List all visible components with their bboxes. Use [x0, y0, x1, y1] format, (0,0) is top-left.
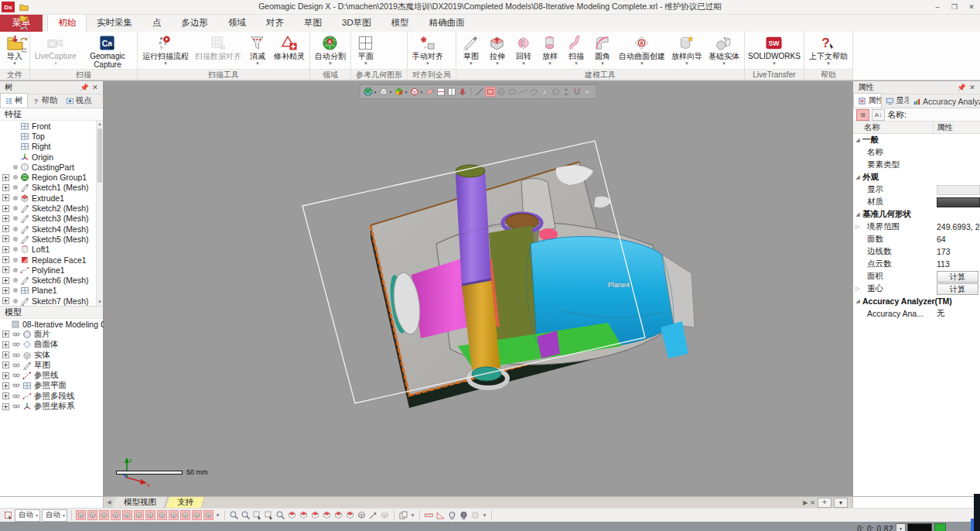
feature-tree-item[interactable]: Sketch2 (Mesh)	[0, 203, 96, 213]
feature-tree-item[interactable]: Front	[0, 121, 96, 131]
ribbon-button-sketch[interactable]: 草图▼	[458, 33, 484, 69]
ribbon-tab-8[interactable]: 3D草图	[332, 15, 381, 32]
ribbon-tab-1[interactable]: 初始	[47, 14, 87, 32]
gauge-dark-icon[interactable]	[459, 510, 469, 520]
expand-icon[interactable]	[2, 256, 9, 263]
column-name[interactable]: 名称	[853, 122, 934, 133]
grid-view-icon[interactable]	[357, 510, 367, 520]
view-curve-icon[interactable]	[134, 510, 144, 520]
feature-tree-item[interactable]: Replace Face1	[0, 255, 96, 265]
feature-tree-item[interactable]: Sketch4 (Mesh)	[0, 224, 96, 234]
model-tree-item[interactable]: 参照平面	[0, 381, 103, 391]
face-view-3-icon[interactable]	[310, 510, 320, 520]
edges-cube-icon[interactable]	[410, 87, 420, 97]
feature-tree-item[interactable]: Right	[0, 142, 96, 152]
dropdown-arrow-icon[interactable]: ▾	[405, 89, 409, 94]
gauge-icon[interactable]	[447, 510, 457, 520]
ribbon-button-scan-align[interactable]: 扫描数据对齐	[192, 33, 244, 69]
ribbon-button-manual-align[interactable]: 手动对齐▼	[409, 33, 446, 69]
ribbon-button-loft[interactable]: 放样▼	[537, 33, 563, 69]
model-tree-item[interactable]: 参照多段线	[0, 391, 103, 401]
scroll-up-icon[interactable]: ▲	[97, 121, 103, 128]
visibility-glasses-icon[interactable]	[12, 351, 21, 359]
expand-icon[interactable]	[2, 235, 9, 242]
property-section-row[interactable]: ◢基准几何形状	[853, 208, 980, 221]
feature-tree-item[interactable]: Plane1	[0, 286, 96, 296]
model-tree-item[interactable]: 曲面体	[0, 340, 103, 350]
doc-tab-0[interactable]: 模型视图	[113, 497, 169, 508]
property-row[interactable]: 显示	[853, 183, 980, 196]
expand-icon[interactable]	[2, 382, 9, 389]
feature-tree-item[interactable]: Sketch5 (Mesh)	[0, 234, 96, 244]
view-annotation-icon[interactable]	[157, 510, 167, 520]
ribbon-tab-2[interactable]: 实时采集	[87, 15, 142, 32]
view-all-icon[interactable]	[76, 510, 86, 520]
property-row[interactable]: 名称	[853, 146, 980, 159]
model-tree-item[interactable]: 草图	[0, 360, 103, 370]
close-icon[interactable]: ✕	[90, 84, 101, 91]
overflow-icon[interactable]: ▾	[215, 512, 220, 519]
doc-tab-1[interactable]: 支持	[166, 497, 206, 508]
model-tree-item[interactable]: 参照线	[0, 370, 103, 380]
split-page-icon[interactable]	[436, 87, 446, 97]
expand-icon[interactable]	[2, 184, 9, 191]
add-view-button[interactable]: ✛	[818, 498, 831, 508]
expand-icon[interactable]	[2, 392, 9, 399]
expand-icon[interactable]	[2, 361, 9, 368]
feature-tree-item[interactable]: Polyline1	[0, 265, 96, 275]
shaded-cube-icon[interactable]	[379, 87, 389, 97]
sort-categorized-icon[interactable]: ⊞	[856, 109, 869, 121]
close-icon[interactable]: ✕	[967, 84, 978, 91]
feature-tree-item[interactable]: Sketch7 (Mesh)	[0, 296, 96, 306]
ribbon-tab-7[interactable]: 草图	[294, 15, 332, 32]
expand-icon[interactable]	[2, 297, 9, 304]
tab-scroll-right-icon[interactable]: ▶	[803, 499, 808, 506]
property-row[interactable]: 面数64	[853, 233, 980, 245]
face-view-5-icon[interactable]	[333, 510, 343, 520]
property-section-row[interactable]: ◢外观	[853, 171, 980, 183]
ribbon-button-auto-segment[interactable]: A自动分割▼	[312, 33, 349, 69]
expand-icon[interactable]	[2, 403, 9, 410]
properties-tab-1[interactable]: 显示	[882, 94, 909, 108]
feature-tree-item[interactable]: Loft1	[0, 245, 96, 255]
auto-select-dropdown-1[interactable]: 自动▾	[42, 509, 67, 522]
ribbon-tab-3[interactable]: 点	[142, 15, 172, 32]
zoom-area-icon[interactable]	[275, 510, 285, 520]
visibility-glasses-icon[interactable]	[12, 392, 21, 400]
restore-button[interactable]: ❐	[946, 1, 963, 13]
angle-ruler-icon[interactable]	[435, 510, 446, 520]
feature-tree-item[interactable]: Top	[0, 131, 96, 141]
properties-tab-0[interactable]: 属性	[853, 93, 882, 108]
property-section-row[interactable]: ◢一般	[853, 134, 980, 146]
feature-tree-scrollbar[interactable]: ▲ ▼	[96, 121, 103, 306]
rendered-cube-icon[interactable]	[394, 87, 405, 97]
redo-icon[interactable]	[18, 34, 30, 45]
section-collapse-icon[interactable]: ◢	[853, 211, 862, 218]
status-spinner[interactable]: ▾	[896, 523, 906, 531]
measure-pick-icon[interactable]	[368, 510, 378, 520]
view-ref-polyline-icon[interactable]	[192, 510, 202, 520]
model-tree-item[interactable]: 参照坐标系	[0, 401, 103, 411]
visibility-glasses-icon[interactable]	[12, 341, 21, 348]
ellipse-select-icon[interactable]	[507, 87, 517, 97]
property-section-row[interactable]: ◢Accuracy Analyzer(TM)	[853, 295, 980, 307]
polygon-select-icon[interactable]	[551, 87, 561, 97]
expand-icon[interactable]	[2, 372, 9, 379]
protractor-gray-icon[interactable]	[380, 510, 390, 520]
pin-icon[interactable]: 📌	[79, 84, 90, 91]
row-expand-icon[interactable]: ▷	[853, 286, 862, 292]
feature-tree-item[interactable]: Sketch6 (Mesh)	[0, 275, 96, 285]
property-row[interactable]: 要素类型	[853, 159, 980, 171]
model-root-item[interactable]: 08-Iterative Modeling Compl	[0, 319, 103, 329]
overflow-icon[interactable]: ▾	[482, 512, 487, 519]
ribbon-tab-9[interactable]: 模型	[381, 15, 419, 32]
minimize-button[interactable]: –	[929, 1, 946, 13]
visibility-glasses-icon[interactable]	[12, 403, 21, 410]
folder-edit-icon[interactable]	[18, 12, 30, 23]
face-view-2-icon[interactable]	[299, 510, 309, 520]
feature-tree-item[interactable]: Sketch1 (Mesh)	[0, 183, 96, 193]
ribbon-button-sweep[interactable]: 扫描▼	[563, 33, 589, 69]
visibility-glasses-icon[interactable]	[12, 361, 21, 369]
properties-tab-2[interactable]: Accuracy Analyzer(...	[909, 95, 980, 108]
close-button[interactable]: ✕	[963, 1, 980, 13]
